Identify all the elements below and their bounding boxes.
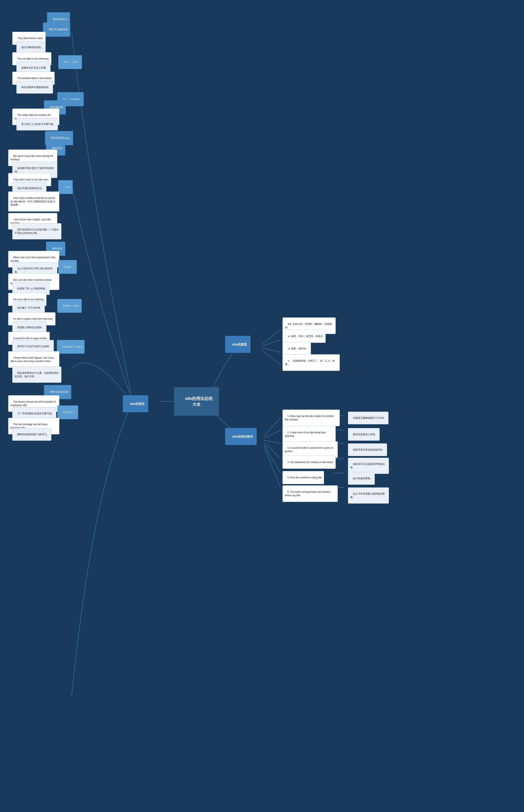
pred-s-ex5-zh: 再辩论下去也不会有什么效果。 xyxy=(12,340,54,353)
example-3-en: 3. It would be idle to pretend the syste… xyxy=(282,441,338,458)
intrans-ex1-zh: 他们在餐馆前闲逛。 xyxy=(16,41,46,54)
meaning-vi: vi. 虚度；空转；挂空挡；来源义 xyxy=(282,330,326,343)
meaning-n: n. （尤指暂时地）关闭工厂，使（工人）闲着； xyxy=(282,354,340,371)
example-6-en: 6. The earth-moving trucks and cement mi… xyxy=(282,485,338,502)
attrib-ex2-zh: 我不知道我为什么问这问题——只是出于无意义的好奇心吧。 xyxy=(12,223,61,239)
example-5-en: 5. Now the machine is lying idle xyxy=(282,471,324,484)
pred-pattern3: It is/was+～+to-v xyxy=(57,340,84,354)
pred-pattern2: S+be+～+to-v xyxy=(57,299,82,313)
example-4-en: 4. His statement isn't merely an idle bo… xyxy=(282,456,336,469)
svg-line-4 xyxy=(262,350,280,365)
intrans-ex3-zh: 风车在微风中慢慢地转动。 xyxy=(16,81,53,94)
example-2-en: 2. It was more of an idle threat than an… xyxy=(282,426,336,443)
svg-line-6 xyxy=(264,430,280,438)
pred-s-ex6-en: I knew what would happen, but it was idl… xyxy=(8,351,59,368)
center-node: idle的用法总结大全 xyxy=(174,387,219,416)
svg-line-8 xyxy=(264,442,280,459)
meaning-vt: vt. 虚度；使空转； xyxy=(282,342,311,355)
svg-line-2 xyxy=(262,340,280,346)
attrib-ex1-en: How much trouble in this life is caused … xyxy=(8,191,59,211)
intrans-pattern: S＋～（+A） xyxy=(58,55,82,69)
intrans-header: 用作不及物动词 xyxy=(43,22,70,37)
attrib-pattern: ～+n. xyxy=(58,180,73,194)
trans-ex1-zh: 罢工使工人们好多天无事可做。 xyxy=(16,118,58,130)
example-4-zh: 他的话不仅仅是虚张声势的自夸。 xyxy=(348,458,389,474)
svg-line-3 xyxy=(262,348,280,352)
pred-s-ex6-zh: 我知道将要发生什么事，但是警告他们也没用，他们不听。 xyxy=(12,367,61,383)
example-5-zh: 如今机器闲置着。 xyxy=(348,472,375,485)
main-liju: idle的用法例句 xyxy=(225,428,257,445)
example-3-zh: 假装系统完美无缺是徒劳的。 xyxy=(348,443,387,456)
svg-line-9 xyxy=(264,444,280,473)
svg-line-1 xyxy=(262,330,280,344)
main-yongfa: idle的用法 xyxy=(123,395,148,412)
svg-line-10 xyxy=(264,446,280,488)
svg-line-7 xyxy=(264,440,280,443)
example-1-en: 1. Brian kept up the idle chatter for an… xyxy=(282,410,340,426)
comp-ex2-zh: 燃料的短缺使很多飞机停飞。 xyxy=(12,428,51,441)
example-1-zh: 布莱恩又聊聊地唠叨了5分钟。 xyxy=(348,412,389,424)
example-6-zh: 运土卡车和混凝土搅拌机闲置着。 xyxy=(348,488,389,504)
example-2-zh: 那其实是虚张人的话。 xyxy=(348,428,380,441)
pred-pattern1: S+be+～ xyxy=(58,260,77,274)
comp-pattern: S+V+O+～ xyxy=(57,405,78,419)
svg-line-5 xyxy=(264,418,280,436)
connectors-svg xyxy=(0,0,524,812)
main-yisi: idle的意思 xyxy=(225,336,250,353)
mind-map: idle的用法总结大全 idle的用法 idle的意思 idle的用法例句 ad… xyxy=(0,0,524,812)
